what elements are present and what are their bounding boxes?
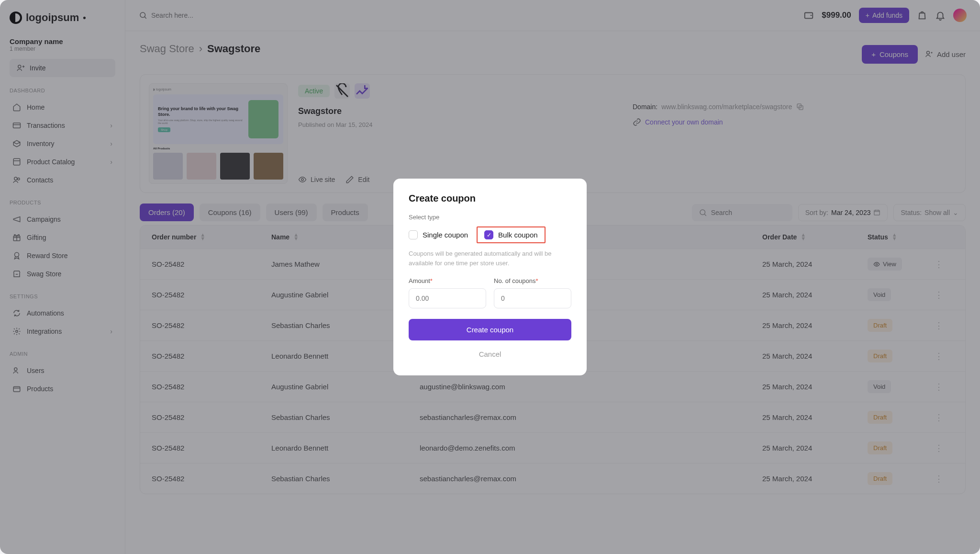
create-coupon-modal: Create coupon Select type Single coupon … [393,179,587,375]
count-label: No. of coupons* [494,277,571,284]
bulk-coupon-option[interactable]: ✓ Bulk coupon [477,226,546,243]
checkbox-unchecked-icon [409,230,418,239]
checkbox-checked-icon: ✓ [484,230,493,239]
amount-input[interactable] [409,288,486,308]
modal-help-text: Coupons will be generated automatically … [409,249,571,268]
amount-label: Amount* [409,277,486,284]
select-type-label: Select type [409,214,571,221]
create-coupon-button[interactable]: Create coupon [409,319,571,340]
modal-title: Create coupon [409,193,571,204]
count-input[interactable] [494,288,571,308]
single-coupon-option[interactable]: Single coupon [409,226,468,243]
cancel-button[interactable]: Cancel [409,347,571,361]
modal-overlay[interactable]: Create coupon Select type Single coupon … [0,0,980,554]
